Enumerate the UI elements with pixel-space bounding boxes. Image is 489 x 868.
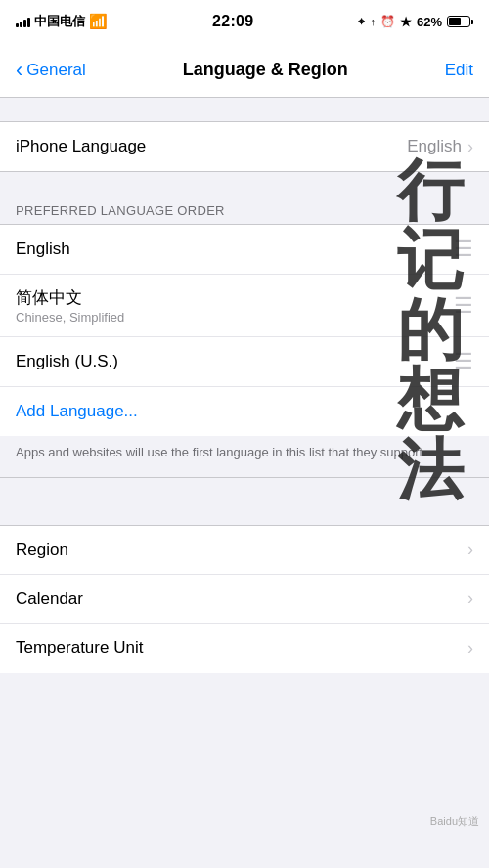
chevron-left-icon: ‹ xyxy=(16,60,22,81)
temperature-label: Temperature Unit xyxy=(16,638,143,658)
add-language-item[interactable]: Add Language... xyxy=(0,387,489,436)
navigation-icon: ↑ xyxy=(370,16,376,27)
drag-handle-english-us[interactable]: ☰ xyxy=(454,349,473,374)
signal-bar-2 xyxy=(20,22,22,27)
battery-percent: 62% xyxy=(417,15,442,29)
iphone-language-label: iPhone Language xyxy=(16,137,146,156)
signal-bar-3 xyxy=(23,20,26,27)
language-item-chinese[interactable]: 简体中文 Chinese, Simplified ☰ xyxy=(0,275,489,337)
language-item-english[interactable]: English ☰ xyxy=(0,225,489,275)
carrier-label: 中国电信 xyxy=(34,13,85,30)
lang-item-main-english: English xyxy=(16,239,70,259)
page-title: Language & Region xyxy=(183,60,348,80)
back-button[interactable]: ‹ General xyxy=(16,60,86,81)
status-right: ⌖ ↑ ⏰ ★ 62% xyxy=(358,15,473,29)
status-left: 中国电信 📶 xyxy=(16,13,108,30)
lang-item-main-english-us: English (U.S.) xyxy=(16,352,118,371)
watermark: Baidu知道 xyxy=(430,814,479,829)
iphone-language-value: English › xyxy=(407,137,473,157)
language-order-group: English ☰ 简体中文 Chinese, Simplified ☰ Eng… xyxy=(0,224,489,436)
drag-handle-chinese[interactable]: ☰ xyxy=(454,293,473,319)
calendar-item[interactable]: Calendar › xyxy=(0,575,489,624)
iphone-language-value-text: English xyxy=(407,137,462,156)
mid-gap-2 xyxy=(0,478,489,501)
lang-item-left-english: English xyxy=(16,239,70,259)
add-language-label: Add Language... xyxy=(16,402,138,421)
status-time: 22:09 xyxy=(212,13,253,30)
alarm-icon: ⏰ xyxy=(380,15,395,28)
temperature-value: › xyxy=(467,638,473,659)
lang-item-sub-chinese: Chinese, Simplified xyxy=(16,310,124,325)
calendar-value: › xyxy=(467,588,473,609)
drag-handle-english[interactable]: ☰ xyxy=(454,237,473,262)
signal-bars xyxy=(16,16,30,27)
lang-item-left-chinese: 简体中文 Chinese, Simplified xyxy=(16,286,124,325)
temperature-item[interactable]: Temperature Unit › xyxy=(0,624,489,673)
signal-bar-4 xyxy=(27,18,30,27)
calendar-label: Calendar xyxy=(16,589,83,609)
status-bar: 中国电信 📶 22:09 ⌖ ↑ ⏰ ★ 62% xyxy=(0,0,489,43)
iphone-language-item[interactable]: iPhone Language English › xyxy=(0,122,489,171)
preferred-language-header: PREFERRED LANGUAGE ORDER xyxy=(0,195,489,224)
wifi-icon: 📶 xyxy=(89,13,108,30)
edit-button[interactable]: Edit xyxy=(445,61,473,80)
chevron-right-icon-calendar: › xyxy=(467,588,473,609)
battery-icon xyxy=(447,16,473,27)
region-value: › xyxy=(467,540,473,560)
bluetooth-icon: ★ xyxy=(400,15,412,29)
preferred-language-footer: Apps and websites will use the first lan… xyxy=(0,436,489,478)
lang-item-left-english-us: English (U.S.) xyxy=(16,352,118,371)
chevron-right-icon: › xyxy=(467,137,473,157)
language-item-english-us[interactable]: English (U.S.) ☰ xyxy=(0,337,489,387)
location-icon: ⌖ xyxy=(358,15,365,28)
mid-gap-1 xyxy=(0,172,489,195)
signal-bar-1 xyxy=(16,23,19,27)
iphone-language-group: iPhone Language English › xyxy=(0,121,489,172)
chevron-right-icon-temperature: › xyxy=(467,638,473,659)
region-group: Region › Calendar › Temperature Unit › xyxy=(0,525,489,673)
back-label: General xyxy=(26,61,85,80)
region-item[interactable]: Region › xyxy=(0,526,489,575)
nav-bar: ‹ General Language & Region Edit xyxy=(0,43,489,98)
lang-item-main-chinese: 简体中文 xyxy=(16,286,124,309)
chevron-right-icon-region: › xyxy=(467,540,473,560)
region-label: Region xyxy=(16,541,68,560)
top-gap xyxy=(0,98,489,121)
